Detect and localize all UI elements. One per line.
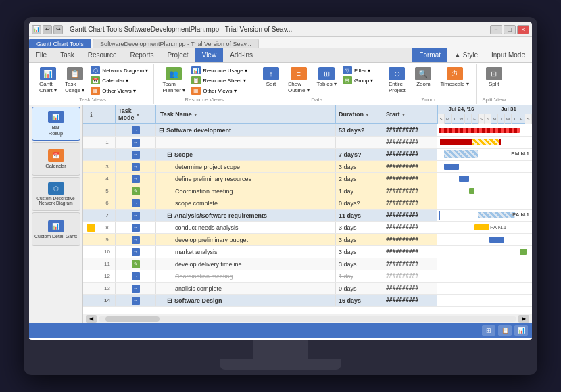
cell-start: ########## xyxy=(383,197,437,209)
zoom-button[interactable]: 🔍 Zoom xyxy=(411,66,435,89)
show-outline-button[interactable]: ≡ ShowOutline ▾ xyxy=(285,66,312,95)
sidebar-item-calendar[interactable]: 📅 Calendar xyxy=(32,142,80,176)
table-row[interactable]: 13 → analisis complete 0 days ########## xyxy=(83,283,532,295)
tab-reports[interactable]: Reports xyxy=(124,48,161,62)
table-row[interactable]: → ⊟Software development 53 days? #######… xyxy=(83,124,532,137)
cell-num: 6 xyxy=(99,197,116,209)
entire-project-button[interactable]: ⊙ EntireProject xyxy=(385,66,409,95)
minimize-button[interactable]: − xyxy=(490,25,502,34)
team-planner-button[interactable]: 👥 TeamPlanner ▾ xyxy=(160,66,188,95)
window-title: Gantt Chart Tools SoftwareDevelopmentPla… xyxy=(70,26,292,33)
table-row[interactable]: ! 8 → conduct needs analysis 3 days ####… xyxy=(83,222,532,234)
close-button[interactable]: × xyxy=(517,25,529,34)
resource-other-views-button[interactable]: ▦ Other Views ▾ xyxy=(190,86,249,95)
title-bar: 📊 ↩ ↪ Gantt Chart Tools SoftwareDevelopm… xyxy=(29,22,532,37)
tab-project[interactable]: Project xyxy=(161,48,195,62)
ribbon-group-data: ↕ Sort ≡ ShowOutline ▾ ⊞ Tables ▾ ▽ xyxy=(255,64,379,104)
cell-mode: → xyxy=(116,149,156,160)
data-stack: ▽ Filter ▾ ⊞ Group ▾ xyxy=(341,66,374,85)
resource-sheet-button[interactable]: 📋 Resource Sheet ▾ xyxy=(190,76,249,85)
task-mode-icon: → xyxy=(132,285,140,293)
tab-style[interactable]: ▲ Style xyxy=(447,48,485,62)
status-button-3[interactable]: 📊 xyxy=(514,325,528,336)
task-mode-icon: → xyxy=(132,212,140,220)
tab-view[interactable]: View xyxy=(195,48,224,62)
tab-format[interactable]: Format xyxy=(412,48,447,62)
task-mode-icon: → xyxy=(132,139,140,147)
tab-file[interactable]: File xyxy=(29,48,53,62)
timescale-button[interactable]: ⏱ Timescale ▾ xyxy=(437,66,471,89)
group-button[interactable]: ⊞ Group ▾ xyxy=(341,76,374,85)
split-group-label: Split View xyxy=(482,97,506,103)
cell-start: ########## xyxy=(383,185,437,197)
col-header-task-name[interactable]: Task Name▼ xyxy=(156,105,336,123)
gantt-day-s4: S xyxy=(525,114,532,124)
status-button-2[interactable]: 📋 xyxy=(498,325,512,336)
table-row[interactable]: 14 → ⊟Software Design 16 days ########## xyxy=(83,295,532,307)
sidebar-item-bar-rollup[interactable]: 📊 BarRollup xyxy=(32,107,80,141)
redo-icon[interactable]: ↪ xyxy=(53,25,63,34)
table-row[interactable]: 12 → Coordination meeting 1 day ########… xyxy=(83,270,532,283)
resource-sheet-label: Resource Sheet ▾ xyxy=(203,78,246,84)
cell-mode: → xyxy=(116,246,156,258)
tab-inputmode[interactable]: Input Mode xyxy=(485,48,532,62)
cell-name xyxy=(156,137,336,148)
tables-button[interactable]: ⊞ Tables ▾ xyxy=(314,66,339,89)
cell-gantt xyxy=(437,246,532,258)
maximize-button[interactable]: □ xyxy=(504,25,516,34)
gantt-chart-tools-tab[interactable]: Gantt Chart Tools xyxy=(29,39,91,48)
sidebar-item-network-diagram[interactable]: ⬡ Custom Descriptive Network Diagram xyxy=(32,177,80,211)
table-row[interactable]: → ⊟Scope 7 days? ########## PM N.1 xyxy=(83,149,532,161)
cell-gantt: PM N.1 xyxy=(437,149,532,160)
task-usage-button[interactable]: 📋 TaskUsage ▾ xyxy=(62,66,87,95)
table-row[interactable]: 9 → develop preliminary budget 3 days ##… xyxy=(83,234,532,246)
other-views-button[interactable]: ▦ Other Views ▾ xyxy=(89,86,149,95)
scroll-right-button[interactable]: ▶ xyxy=(518,315,529,323)
tab-task[interactable]: Task xyxy=(53,48,81,62)
gantt-day-s2: S xyxy=(479,114,485,124)
cell-mode: → xyxy=(116,210,156,221)
resource-usage-button[interactable]: 📊 Resource Usage ▾ xyxy=(190,66,249,75)
sort-label: Sort xyxy=(266,81,276,87)
resource-usage-label: Resource Usage ▾ xyxy=(203,68,247,74)
table-row[interactable]: 10 → market analysis 3 days ########## xyxy=(83,246,532,258)
cell-duration: 2 days xyxy=(336,173,383,185)
tab-addins[interactable]: Add-ins xyxy=(223,48,260,62)
show-outline-icon: ≡ xyxy=(291,67,307,80)
resource-usage-icon: 📊 xyxy=(191,66,201,74)
filter-button[interactable]: ▽ Filter ▾ xyxy=(341,66,374,75)
scroll-thumb[interactable] xyxy=(105,316,160,322)
split-button[interactable]: ⊡ Split xyxy=(482,66,506,89)
cell-num: 5 xyxy=(99,185,116,197)
h-scrollbar[interactable]: ◀ ▶ xyxy=(83,314,532,323)
table-row[interactable]: 7 → ⊟Analysis/Software requirements 11 d… xyxy=(83,210,532,222)
document-tab[interactable]: SoftwareDevelopmentPlan.mpp - Trial Vers… xyxy=(93,39,259,48)
cell-num: 1 xyxy=(99,137,116,148)
gantt-bar-10 xyxy=(520,249,527,255)
gantt-bar-3 xyxy=(444,164,459,170)
table-row[interactable]: 6 → scope complete 0 days? ########## xyxy=(83,197,532,210)
calendar-view-button[interactable]: 📅 Calendar ▾ xyxy=(89,76,149,85)
gantt-label-pm: PM N.1 xyxy=(511,151,529,157)
ribbon-content: 📊 GanttChart ▾ 📋 TaskUsage ▾ ⬡ Network D… xyxy=(29,63,532,105)
column-header: ℹ TaskMode▼ Task Name▼ Duration▼ Start▼ xyxy=(83,105,532,124)
status-button-1[interactable]: ⊞ xyxy=(482,325,495,336)
undo-icon[interactable]: ↩ xyxy=(43,25,52,34)
col-header-duration[interactable]: Duration▼ xyxy=(336,105,383,123)
main-area: 📊 BarRollup 📅 Calendar ⬡ Custom Descript… xyxy=(29,105,532,323)
sort-button[interactable]: ↕ Sort xyxy=(259,66,283,89)
scroll-left-button[interactable]: ◀ xyxy=(86,315,97,323)
table-row[interactable]: 4 → define preliminary resources 2 days … xyxy=(83,173,532,185)
gantt-chart-button[interactable]: 📊 GanttChart ▾ xyxy=(36,66,60,95)
col-header-task-mode[interactable]: TaskMode▼ xyxy=(116,105,156,123)
table-row[interactable]: 5 ✎ Coordination meeting 1 day #########… xyxy=(83,185,532,197)
sidebar-item-detail-gantt[interactable]: 📊 Custom Detail Gantt xyxy=(32,212,80,246)
tab-resource[interactable]: Resource xyxy=(81,48,124,62)
warning-icon: ! xyxy=(87,224,95,232)
network-diagram-button[interactable]: ⬡ Network Diagram ▾ xyxy=(89,66,149,75)
cell-info xyxy=(83,246,99,258)
table-row[interactable]: 3 → determine project scope 3 days #####… xyxy=(83,161,532,173)
col-header-start[interactable]: Start▼ xyxy=(383,105,437,123)
table-row[interactable]: 1 → ########## xyxy=(83,137,532,149)
table-row[interactable]: 11 ✎ develop delivery timeline 3 days ##… xyxy=(83,258,532,270)
